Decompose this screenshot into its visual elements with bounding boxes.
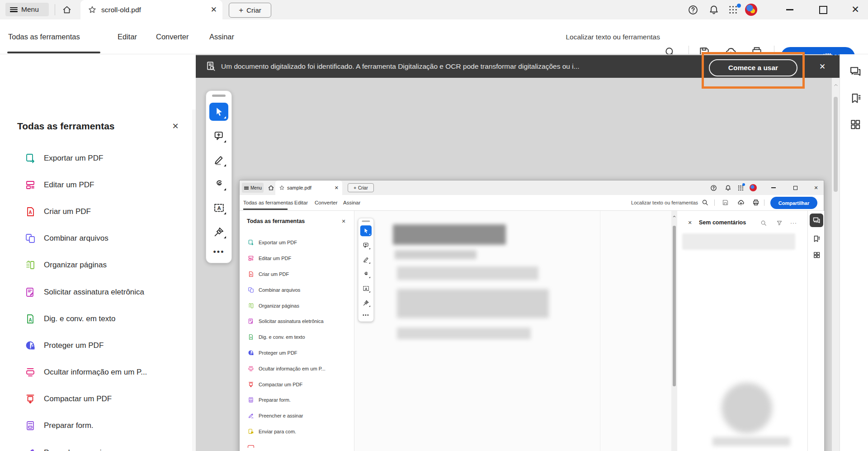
blurred-illustration (722, 383, 772, 433)
mini-document-tab: sample.pdf ✕ (275, 180, 342, 195)
notifications-button[interactable] (708, 4, 720, 16)
star-icon[interactable] (88, 5, 97, 14)
sidebar-item-dig-e-conv-em-texto[interactable]: ADig. e conv. em texto (0, 305, 196, 332)
blurred-comments-hint (682, 233, 795, 250)
submenu-corner (369, 277, 370, 278)
blurred-text-line (395, 250, 476, 259)
quick-tool-draw (360, 269, 372, 280)
mini-divider (714, 199, 715, 206)
panel-scrollbar[interactable] (192, 109, 196, 451)
thumbnails-panel-button[interactable] (849, 118, 862, 131)
tool-label: Preparar form. (259, 397, 291, 403)
search-field[interactable]: Localizar texto ou ferramentas (524, 19, 660, 54)
scrollbar-up-arrow[interactable] (832, 81, 840, 90)
tool-label: Compactar um PDF (259, 382, 302, 387)
mini-sidebar-item-enviar-para-com: Enviar para com. (240, 424, 354, 440)
tool-label: Criar um PDF (44, 207, 91, 216)
quick-tool-sign[interactable] (209, 223, 228, 241)
submenu-corner (369, 248, 370, 249)
notification-close-button[interactable]: ✕ (816, 61, 828, 72)
maximize-button[interactable] (816, 4, 830, 16)
tool-label: Combinar arquivos (259, 287, 300, 293)
minimize-button[interactable] (783, 4, 797, 16)
sidebar-item-exportar-um-pdf[interactable]: Exportar um PDF (0, 145, 196, 171)
submenu-corner (369, 262, 370, 264)
pen-icon (25, 447, 36, 451)
grid-icon (849, 119, 861, 130)
svg-text:A: A (250, 273, 252, 276)
tab-sign[interactable]: Assinar (209, 19, 234, 54)
mini-hamburger-icon (244, 186, 249, 190)
mini-sidebar-item-solicitar-assinatura-eletronica: Solicitar assinatura eletrônica (240, 313, 354, 329)
mini-sidebar-item-dig-e-conv-em-texto: ADig. e conv. em texto (240, 329, 354, 345)
tab-close-icon[interactable]: ✕ (211, 5, 217, 14)
tab-all-tools[interactable]: Todas as ferramentas (8, 19, 80, 54)
menu-button[interactable]: Menu (5, 3, 49, 16)
home-button[interactable] (60, 4, 74, 16)
tool-label: Exportar um PDF (259, 240, 297, 245)
submenu-corner (224, 164, 226, 166)
mini-tool-item-partial (248, 445, 254, 448)
tab-edit[interactable]: Editar (118, 19, 137, 54)
quick-tool-select[interactable] (209, 103, 228, 121)
toolbar-drag-handle[interactable] (212, 95, 226, 97)
protect-icon (248, 350, 254, 356)
sidebar-item-organizar-paginas[interactable]: Organizar páginas (0, 252, 196, 279)
sidebar-item-proteger-um-pdf[interactable]: Proteger um PDF (0, 332, 196, 359)
submenu-corner (224, 140, 226, 142)
sidebar-item-preparar-form[interactable]: Preparar form. (0, 413, 196, 439)
organize-icon (248, 303, 254, 309)
annotation-highlight-box (702, 52, 805, 89)
mini-save-icon (722, 199, 729, 206)
quick-tool-highlight (360, 254, 372, 265)
profile-avatar[interactable] (745, 4, 757, 16)
document-tab[interactable]: scroll-old.pdf ✕ (80, 0, 222, 19)
tool-label: Dig. e conv. em texto (259, 334, 305, 340)
quick-tool-highlight[interactable] (209, 151, 228, 169)
sidebar-item-solicitar-assinatura-eletronica[interactable]: Solicitar assinatura eletrônica (0, 279, 196, 305)
sidebar-item-ocultar-informacao-em-um-p[interactable]: Ocultar informação em um P... (0, 359, 196, 386)
mini-maximize-icon (791, 184, 799, 191)
quick-tools-toolbar: A••• (206, 90, 232, 263)
tool-label: Proteger um PDF (259, 350, 297, 356)
doc-sign-icon (248, 318, 254, 324)
notification-message: Um documento digitalizado foi identifica… (221, 62, 655, 71)
comments-icon (849, 65, 862, 78)
tool-label: Enviar para com. (259, 429, 296, 434)
quick-tool-text-box[interactable]: A (209, 199, 228, 217)
sidebar-item-combinar-arquivos[interactable]: Combinar arquivos (0, 225, 196, 252)
panel-close-button[interactable]: ✕ (170, 120, 181, 132)
tool-label: Compactar um PDF (44, 394, 112, 404)
hamburger-icon (10, 7, 18, 12)
acrobat-app-window: Menu scroll-old.pdf ✕ + Criar (0, 0, 868, 451)
mini-help-icon (710, 184, 717, 191)
scrollbar-thumb[interactable] (834, 97, 838, 192)
submenu-corner (369, 291, 370, 292)
bookmarks-panel-button[interactable] (849, 92, 862, 104)
tab-convert[interactable]: Converter (156, 19, 189, 54)
doc-bubble-icon (248, 428, 254, 435)
help-icon (688, 5, 698, 15)
mini-minimize-icon (769, 184, 778, 191)
sidebar-item-editar-um-pdf[interactable]: Editar um PDF (0, 171, 196, 198)
sidebar-item-compactar-um-pdf[interactable]: Compactar um PDF (0, 386, 196, 413)
tool-label: Combinar arquivos (44, 234, 108, 243)
export-pdf-icon (248, 239, 254, 246)
quick-tool-add-comment (360, 240, 372, 251)
tool-label: Organizar páginas (259, 303, 299, 309)
sidebar-item-preencher-e-assinar[interactable]: Preencher e assinar (0, 439, 196, 451)
window-close-button[interactable]: ✕ (848, 3, 863, 16)
quick-tool-draw[interactable] (209, 175, 228, 193)
help-button[interactable] (687, 4, 699, 16)
quick-tool-add-comment[interactable] (209, 127, 228, 145)
compress-icon (248, 381, 254, 388)
quick-tool-more-tools[interactable]: ••• (209, 247, 228, 257)
comments-panel-button[interactable] (849, 65, 862, 78)
all-tools-panel: Todas as ferramentas ✕ Exportar um PDFEd… (0, 54, 196, 451)
submenu-corner (224, 188, 226, 190)
mini-apps-icon (737, 184, 744, 191)
create-tab-button[interactable]: + Criar (229, 3, 271, 18)
mini-menu-label: Menu (250, 185, 262, 190)
sidebar-item-criar-um-pdf[interactable]: ACriar um PDF (0, 198, 196, 225)
tool-label: Preparar form. (44, 421, 94, 430)
